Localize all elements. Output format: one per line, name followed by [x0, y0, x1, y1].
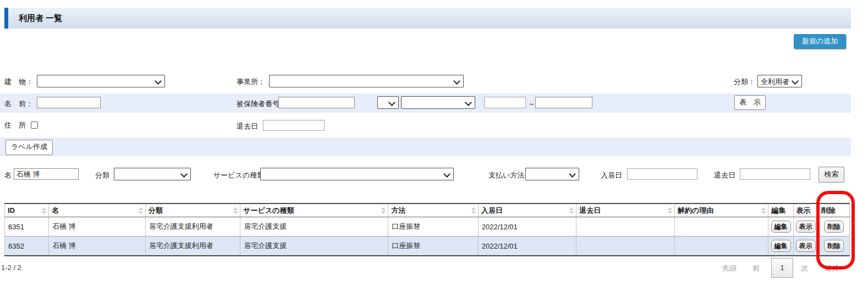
name-input[interactable] [37, 97, 101, 108]
category-select[interactable]: 全利用者 [757, 75, 802, 87]
cell-category: 居宅介護支援利用者 [145, 217, 240, 237]
chevron-down-icon [792, 78, 799, 85]
search-name-label: 名 [4, 170, 12, 180]
name-label: 名 前： [4, 99, 33, 109]
cell-service: 居宅介護支援 [240, 237, 388, 256]
building-label: 建 物： [4, 77, 33, 87]
delete-button[interactable]: 削除 [824, 221, 844, 233]
sort-icon [668, 207, 672, 214]
label-create-button[interactable]: ラベル作成 [6, 140, 53, 155]
table-header-row: ID 名 分類 サービスの種類 方法 入居日 退去日 解約の理由 編集 表示 削… [5, 204, 850, 217]
building-select[interactable] [37, 75, 165, 87]
cell-name: 石橋 博 [49, 237, 146, 256]
office-label: 事業所： [237, 77, 265, 87]
search-moveout-input[interactable] [740, 168, 810, 180]
sort-icon [569, 207, 574, 214]
column-header-movein[interactable]: 入居日 [478, 204, 576, 217]
page-header: 利用者 一覧 [4, 8, 851, 29]
chevron-down-icon [180, 170, 188, 178]
sort-icon [381, 207, 386, 214]
service-type-label: サービスの種類 [213, 170, 264, 180]
chevron-down-icon [388, 99, 395, 106]
column-header-edit: 編集 [768, 204, 793, 217]
edit-button[interactable]: 編集 [771, 221, 791, 233]
category-select-value: 全利用者 [761, 76, 789, 87]
search-category-label: 分類 [95, 170, 109, 180]
chevron-down-icon [465, 99, 472, 106]
cell-moveout [576, 217, 675, 237]
moveout-filter-label: 退去日 [237, 122, 258, 131]
table-row: 6352 石橋 博 居宅介護支援利用者 居宅介護支援 口座振替 2022/12/… [5, 237, 850, 256]
sort-icon [233, 207, 238, 214]
search-category-select[interactable] [114, 168, 191, 180]
search-name-input[interactable] [14, 168, 79, 180]
moveout-filter-input[interactable] [263, 120, 325, 131]
pagination-first[interactable]: 先頭 [722, 263, 737, 273]
cell-service: 居宅介護支援 [240, 217, 388, 237]
search-button[interactable]: 検索 [818, 167, 844, 183]
chevron-down-icon [155, 78, 162, 85]
column-header-name[interactable]: 名 [49, 204, 146, 217]
column-header-service[interactable]: サービスの種類 [240, 204, 388, 217]
cell-method: 口座振替 [388, 237, 479, 256]
category-label: 分類： [734, 77, 755, 87]
pagination-last[interactable]: 最終 [825, 263, 839, 273]
sort-icon [42, 207, 46, 214]
sort-icon [471, 207, 476, 214]
cell-movein: 2022/12/01 [478, 237, 576, 256]
column-header-view: 表示 [793, 204, 818, 217]
result-range-text: 1-2 / 2 [1, 263, 21, 272]
cell-movein: 2022/12/01 [478, 217, 576, 237]
column-header-moveout[interactable]: 退去日 [576, 204, 675, 217]
table-row: 6351 石橋 博 居宅介護支援利用者 居宅介護支援 口座振替 2022/12/… [5, 217, 850, 237]
sort-icon [761, 207, 766, 214]
address-label: 住 所 [4, 120, 26, 130]
insured-number-input[interactable] [278, 97, 355, 108]
range-to-input[interactable] [535, 97, 592, 108]
cell-reason [674, 217, 768, 237]
condition-type-select[interactable] [401, 96, 475, 109]
search-moveout-label: 退去日 [714, 170, 735, 180]
show-button[interactable]: 表 示 [734, 95, 766, 110]
column-header-id[interactable]: ID [5, 204, 49, 217]
cell-reason [674, 237, 768, 256]
column-header-delete: 削除 [818, 204, 849, 217]
address-checkbox[interactable] [31, 122, 38, 129]
cell-id: 6351 [5, 217, 49, 237]
pagination-next[interactable]: 次 [801, 263, 808, 273]
cell-name: 石橋 博 [49, 217, 146, 237]
column-header-method[interactable]: 方法 [388, 204, 479, 217]
range-separator: ～ [528, 99, 535, 109]
sort-icon [139, 207, 143, 214]
title-accent-bar [4, 8, 8, 29]
cell-moveout [576, 237, 675, 256]
movein-input[interactable] [627, 168, 697, 180]
service-type-select[interactable] [260, 168, 454, 180]
pagination-prev[interactable]: 前 [752, 263, 760, 273]
payment-method-label: 支払い方法 [488, 170, 524, 180]
range-from-input[interactable] [484, 97, 526, 108]
delete-button[interactable]: 削除 [824, 240, 844, 252]
view-button[interactable]: 表示 [796, 240, 816, 252]
chevron-down-icon [443, 170, 451, 178]
page-title: 利用者 一覧 [19, 8, 62, 29]
edit-button[interactable]: 編集 [771, 240, 791, 252]
movein-label: 入居日 [601, 170, 622, 180]
add-new-button[interactable]: 新規の追加 [794, 34, 846, 49]
cell-method: 口座振替 [388, 217, 479, 237]
user-table: ID 名 分類 サービスの種類 方法 入居日 退去日 解約の理由 編集 表示 削… [4, 203, 850, 256]
cell-category: 居宅介護支援利用者 [145, 237, 240, 256]
user-list-page: 利用者 一覧 新規の追加 建 物： 事業所： 分類： 全利用者 名 前： 被保険… [0, 0, 868, 286]
column-header-category[interactable]: 分類 [145, 204, 240, 217]
pagination-current-page[interactable]: 1 [771, 258, 793, 278]
condition-select[interactable] [377, 96, 399, 109]
label-band [0, 138, 851, 156]
column-header-reason[interactable]: 解約の理由 [674, 204, 768, 217]
office-select[interactable] [269, 75, 464, 87]
payment-method-select[interactable] [525, 168, 579, 180]
cell-id: 6352 [5, 237, 49, 256]
chevron-down-icon [569, 170, 576, 178]
view-button[interactable]: 表示 [796, 221, 816, 233]
chevron-down-icon [453, 78, 460, 85]
